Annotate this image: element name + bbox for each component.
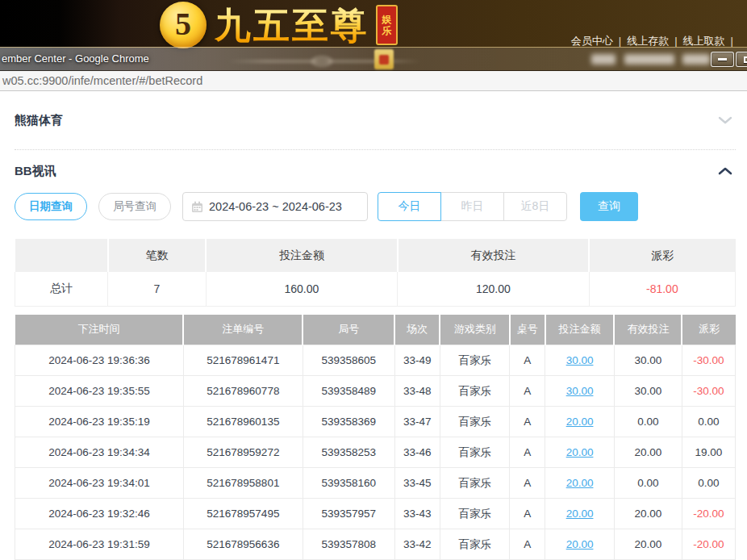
table-row: 2024-06-23 19:32:46 521678957495 5393579… xyxy=(15,499,736,529)
browser-titlebar[interactable]: ember Center - Google Chrome xyxy=(0,47,747,71)
cell-slip-number: 521678957495 xyxy=(183,499,303,529)
cell-payout: -30.00 xyxy=(682,345,735,376)
summary-header-bet-amount: 投注金额 xyxy=(206,239,398,272)
cell-bet-amount-link[interactable]: 30.00 xyxy=(545,376,615,407)
cell-bet-amount-link[interactable]: 30.00 xyxy=(545,345,615,376)
cell-table-number: A xyxy=(510,529,545,560)
accordion-bb-video[interactable]: BB视讯 xyxy=(15,150,736,192)
cell-bet-amount-link[interactable]: 20.00 xyxy=(545,437,615,468)
cell-game-type: 百家乐 xyxy=(440,376,510,407)
browser-urlbar[interactable]: w05.cc:9900/infe/mcenter/#/betRecord xyxy=(0,71,747,91)
round-query-tab[interactable]: 局号查询 xyxy=(98,193,171,220)
table-row: 2024-06-23 19:31:59 521678956636 5393578… xyxy=(15,529,736,560)
cell-game-type: 百家乐 xyxy=(440,407,510,437)
cell-session: 33-49 xyxy=(394,345,440,376)
cell-table-number: A xyxy=(510,345,545,376)
cell-valid-bet: 20.00 xyxy=(614,529,682,560)
yesterday-button[interactable]: 昨日 xyxy=(440,192,504,221)
nav-separator: | xyxy=(619,35,621,47)
col-header-bet-time: 下注时间 xyxy=(15,315,184,345)
url-text: w05.cc:9900/infe/mcenter/#/betRecord xyxy=(0,74,202,87)
chevron-down-icon xyxy=(718,115,732,125)
nav-separator: | xyxy=(731,35,733,47)
cell-slip-number: 521678958801 xyxy=(183,468,303,499)
cell-valid-bet: 20.00 xyxy=(614,437,682,468)
nav-separator: | xyxy=(674,35,677,47)
cell-game-type: 百家乐 xyxy=(440,437,510,468)
summary-header-count: 笔数 xyxy=(108,239,206,272)
window-maximize-button[interactable] xyxy=(736,52,747,67)
last8days-button[interactable]: 近8日 xyxy=(503,192,567,221)
date-range-input[interactable]: 2024-06-23 ~ 2024-06-23 xyxy=(182,192,368,221)
cell-bet-amount-link[interactable]: 20.00 xyxy=(545,407,615,437)
nav-online-deposit-link[interactable]: 线上存款 xyxy=(627,35,669,47)
table-row: 2024-06-23 19:34:34 521678959272 5393582… xyxy=(15,437,736,468)
bet-record-page: 熊猫体育 BB视讯 日期查询 局号查询 2024-06-23 ~ 2024-06… xyxy=(0,91,747,560)
summary-bet-amount-value: 160.00 xyxy=(206,272,398,306)
cell-bet-amount-link[interactable]: 20.00 xyxy=(545,499,615,529)
censored-account-info xyxy=(682,54,710,65)
cell-valid-bet: 20.00 xyxy=(614,499,682,529)
screen: 5 九五至尊 娱 乐 会员中心|线上存款|线上取款| ember Center … xyxy=(0,0,747,560)
cell-session: 33-47 xyxy=(394,407,440,437)
cell-slip-number: 521678960778 xyxy=(183,376,303,407)
calendar-icon xyxy=(191,201,203,213)
cell-payout: 19.00 xyxy=(682,437,735,468)
brand-badge-char: 娱 xyxy=(382,15,392,25)
accordion-panda-sports[interactable]: 熊猫体育 xyxy=(15,91,736,150)
cell-game-type: 百家乐 xyxy=(440,468,510,499)
filter-toolbar: 日期查询 局号查询 2024-06-23 ~ 2024-06-23 今日 昨日 … xyxy=(15,192,736,221)
brand-badge-char: 乐 xyxy=(382,26,392,36)
col-header-table-number: 桌号 xyxy=(510,315,545,345)
cell-bet-time: 2024-06-23 19:34:34 xyxy=(15,437,184,468)
records-table-body: 2024-06-23 19:36:36 521678961471 5393586… xyxy=(15,345,736,560)
cell-bet-amount-link[interactable]: 20.00 xyxy=(545,529,615,560)
today-button[interactable]: 今日 xyxy=(378,192,441,221)
cell-round-number: 539358489 xyxy=(303,376,394,407)
cell-payout: 0.00 xyxy=(682,407,735,437)
cell-bet-amount-link[interactable]: 20.00 xyxy=(545,468,615,499)
nav-member-center-link[interactable]: 会员中心 xyxy=(571,35,613,47)
logo-glyph: 5 xyxy=(175,8,191,40)
browser-window-title: ember Center - Google Chrome xyxy=(2,52,149,65)
brand-badge: 娱 乐 xyxy=(376,5,398,45)
cell-slip-number: 521678961471 xyxy=(183,345,303,376)
cell-table-number: A xyxy=(510,437,545,468)
cell-bet-time: 2024-06-23 19:31:59 xyxy=(15,529,184,560)
col-header-payout: 派彩 xyxy=(682,315,735,345)
cell-payout: -30.00 xyxy=(682,376,735,407)
date-query-tab[interactable]: 日期查询 xyxy=(15,193,87,220)
window-minimize-button[interactable] xyxy=(711,52,734,67)
cell-slip-number: 521678960135 xyxy=(183,407,303,437)
cell-payout: -20.00 xyxy=(682,529,735,560)
cell-table-number: A xyxy=(510,407,545,437)
cell-session: 33-48 xyxy=(394,376,440,407)
col-header-round-number: 局号 xyxy=(303,315,394,345)
table-row: 2024-06-23 19:35:19 521678960135 5393583… xyxy=(15,407,736,437)
brand-name: 九五至尊 xyxy=(215,7,369,44)
summary-count-value: 7 xyxy=(108,272,206,306)
cell-bet-time: 2024-06-23 19:36:36 xyxy=(15,345,184,376)
cell-bet-time: 2024-06-23 19:32:46 xyxy=(15,499,184,529)
table-row: 2024-06-23 19:35:55 521678960778 5393584… xyxy=(15,376,736,407)
cell-table-number: A xyxy=(510,499,545,529)
col-header-slip-number: 注单编号 xyxy=(183,315,303,345)
minimize-icon xyxy=(718,58,727,61)
summary-header-valid-bet: 有效投注 xyxy=(398,239,590,272)
cell-round-number: 539358369 xyxy=(303,407,394,437)
query-button[interactable]: 查询 xyxy=(580,192,638,221)
cell-table-number: A xyxy=(510,376,545,407)
cell-valid-bet: 30.00 xyxy=(614,345,682,376)
nav-online-withdraw-link[interactable]: 线上取款 xyxy=(683,35,725,47)
cell-payout: -20.00 xyxy=(682,499,735,529)
maximize-icon xyxy=(744,56,747,63)
brand-logo: 5 九五至尊 娱 乐 xyxy=(160,2,398,48)
summary-payout-value: -81.00 xyxy=(589,272,735,306)
col-header-bet-amount: 投注金额 xyxy=(545,315,615,345)
chevron-up-icon xyxy=(718,166,732,176)
cell-valid-bet: 0.00 xyxy=(614,468,682,499)
summary-header-payout: 派彩 xyxy=(589,239,735,272)
summary-total-label: 总计 xyxy=(15,272,108,306)
quick-range-group: 今日 昨日 近8日 xyxy=(378,192,567,221)
summary-header-blank xyxy=(15,239,108,272)
